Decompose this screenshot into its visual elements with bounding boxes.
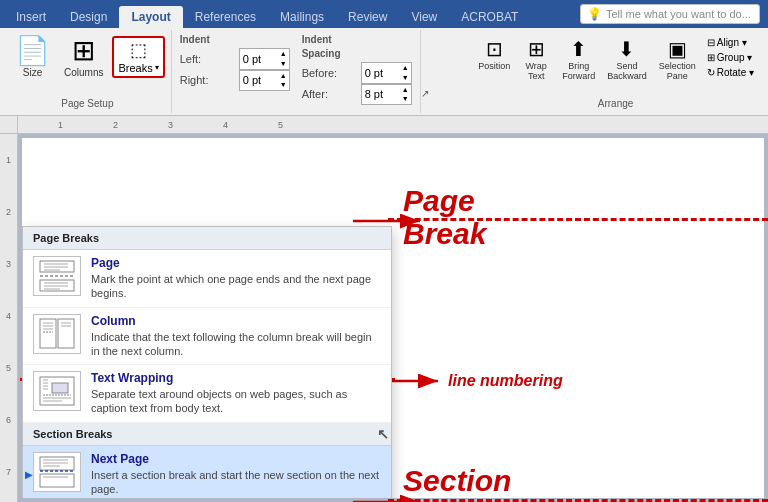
align-group-buttons: ⊟ Align ▾ ⊞ Group ▾ ↻ Rotate ▾	[703, 36, 758, 79]
ruler-num-6: 6	[0, 394, 17, 446]
tab-insert[interactable]: Insert	[4, 6, 58, 28]
spacing-after-input[interactable]	[362, 85, 400, 105]
indent-left-spinner[interactable]: ▲ ▼	[239, 48, 290, 70]
ruler-h-marks: 1 2 3 4 5	[18, 120, 283, 130]
bring-forward-icon: ⬆	[570, 37, 587, 61]
ribbon-content: 📄 Size ⊞ Columns ⬚ Breaks ▾ Page Setup	[0, 28, 768, 116]
spacing-after-label: After:	[302, 88, 357, 100]
ruler-num-2: 2	[0, 186, 17, 238]
columns-label: Columns	[64, 67, 103, 78]
indent-left-down[interactable]: ▼	[278, 59, 289, 69]
spacing-after-up[interactable]: ▲	[400, 85, 411, 95]
rotate-label: Rotate ▾	[717, 67, 754, 78]
svg-rect-28	[40, 474, 74, 487]
group-button[interactable]: ⊞ Group ▾	[703, 51, 758, 64]
spacing-before-row: Before: ▲ ▼	[302, 62, 412, 84]
next-page-desc: Insert a section break and start the new…	[91, 468, 381, 497]
section-breaks-title: Section Breaks	[33, 428, 112, 440]
page-breaks-title: Page Breaks	[33, 232, 99, 244]
tab-review[interactable]: Review	[336, 6, 399, 28]
rotate-button[interactable]: ↻ Rotate ▾	[703, 66, 758, 79]
breaks-dropdown-menu: Page Breaks Page Mark the point at which…	[22, 226, 392, 498]
breaks-label: Breaks ▾	[118, 62, 158, 74]
ruler-num-4: 4	[0, 290, 17, 342]
indent-left-input[interactable]	[240, 49, 278, 69]
vertical-ruler: 1 2 3 4 5 6 7	[0, 116, 18, 502]
tell-me-box[interactable]: 💡 Tell me what you want to do...	[580, 4, 760, 24]
columns-icon: ⊞	[72, 37, 95, 65]
position-icon: ⊡	[486, 37, 503, 61]
indent-right-row: Right: ▲ ▼	[180, 70, 290, 92]
selection-pane-icon: ▣	[668, 37, 687, 61]
ruler-num-3: 3	[0, 238, 17, 290]
breaks-icon: ⬚	[130, 40, 147, 62]
spacing-before-down[interactable]: ▼	[400, 73, 411, 83]
expand-icon[interactable]: ↗	[421, 88, 429, 99]
spacing-before-input[interactable]	[362, 63, 400, 83]
lightbulb-icon: 💡	[587, 7, 602, 21]
tab-design[interactable]: Design	[58, 6, 119, 28]
ruler-num-5: 5	[0, 342, 17, 394]
page-break-icon	[33, 256, 81, 296]
group-icon: ⊞	[707, 52, 715, 63]
indent-left-label: Left:	[180, 53, 235, 65]
bring-forward-button[interactable]: ⬆ Bring Forward	[557, 34, 600, 84]
page-break-content: Page Mark the point at which one page en…	[91, 256, 381, 301]
spacing-after-spinner[interactable]: ▲ ▼	[361, 84, 412, 106]
group-label: Group ▾	[717, 52, 753, 63]
spacing-after-down[interactable]: ▼	[400, 94, 411, 104]
group-indent-spacing: Indent Left: ▲ ▼ Right:	[172, 30, 421, 113]
text-wrapping-desc: Separate text around objects on web page…	[91, 387, 381, 416]
spacing-before-up[interactable]: ▲	[400, 63, 411, 73]
position-button[interactable]: ⊡ Position	[473, 34, 515, 74]
page-breaks-header: Page Breaks	[23, 227, 391, 250]
indent-right-down[interactable]: ▼	[278, 80, 289, 90]
next-page-arrow: ▶	[25, 469, 33, 480]
indent-right-spinner[interactable]: ▲ ▼	[239, 70, 290, 92]
send-backward-icon: ⬇	[618, 37, 635, 61]
content-area: 1 2 3 4 5 Page Breaks	[18, 116, 768, 502]
spacing-before-label: Before:	[302, 67, 357, 79]
column-break-title: Column	[91, 314, 381, 328]
ribbon: Insert Design Layout References Mailings…	[0, 0, 768, 116]
columns-button[interactable]: ⊞ Columns	[59, 34, 108, 81]
main-area: 1 2 3 4 5 6 7 1 2 3 4 5	[0, 116, 768, 502]
ruler-numbers: 1 2 3 4 5 6 7	[0, 134, 17, 498]
next-page-icon	[33, 452, 81, 492]
menu-item-column[interactable]: Column Indicate that the text following …	[23, 308, 391, 366]
position-label: Position	[478, 61, 510, 71]
tab-layout[interactable]: Layout	[119, 6, 182, 28]
align-icon: ⊟	[707, 37, 715, 48]
section-breaks-header: Section Breaks ↖	[23, 423, 391, 446]
column-break-content: Column Indicate that the text following …	[91, 314, 381, 359]
selection-pane-button[interactable]: ▣ Selection Pane	[654, 34, 701, 84]
horizontal-ruler: 1 2 3 4 5	[18, 116, 768, 134]
spacing-before-spinner[interactable]: ▲ ▼	[361, 62, 412, 84]
tab-mailings[interactable]: Mailings	[268, 6, 336, 28]
spacing-label: Indent	[302, 34, 412, 45]
align-button[interactable]: ⊟ Align ▾	[703, 36, 758, 49]
indent-right-up[interactable]: ▲	[278, 71, 289, 81]
spacing-label2: Spacing	[302, 48, 412, 59]
tab-view[interactable]: View	[399, 6, 449, 28]
menu-item-page[interactable]: Page Mark the point at which one page en…	[23, 250, 391, 308]
page-setup-label: Page Setup	[61, 96, 113, 109]
wrap-text-button[interactable]: ⊞ Wrap Text	[517, 34, 555, 84]
wrap-text-icon: ⊞	[528, 37, 545, 61]
spacing-section: Indent Spacing Before: ▲ ▼ Aft	[302, 34, 412, 105]
indent-section: Indent Left: ▲ ▼ Right:	[180, 34, 290, 105]
text-wrapping-content: Text Wrapping Separate text around objec…	[91, 371, 381, 416]
selection-pane-label: Selection Pane	[659, 61, 696, 81]
tab-references[interactable]: References	[183, 6, 268, 28]
indent-left-up[interactable]: ▲	[278, 49, 289, 59]
send-backward-button[interactable]: ⬇ Send Backward	[602, 34, 652, 84]
group-arrange: ⊡ Position ⊞ Wrap Text ⬆ Bring Forward ⬇…	[467, 30, 764, 113]
tab-acrobat[interactable]: ACROBAT	[449, 6, 530, 28]
menu-item-next-page[interactable]: ▶ Next Page Insert a section break and s…	[23, 446, 391, 498]
indent-right-input[interactable]	[240, 71, 278, 91]
breaks-button[interactable]: ⬚ Breaks ▾	[112, 36, 164, 78]
next-page-content: Next Page Insert a section break and sta…	[91, 452, 381, 497]
menu-item-text-wrapping[interactable]: Text Wrapping Separate text around objec…	[23, 365, 391, 423]
size-button[interactable]: 📄 Size	[10, 34, 55, 81]
paragraph-expand[interactable]: ↗	[421, 30, 437, 113]
